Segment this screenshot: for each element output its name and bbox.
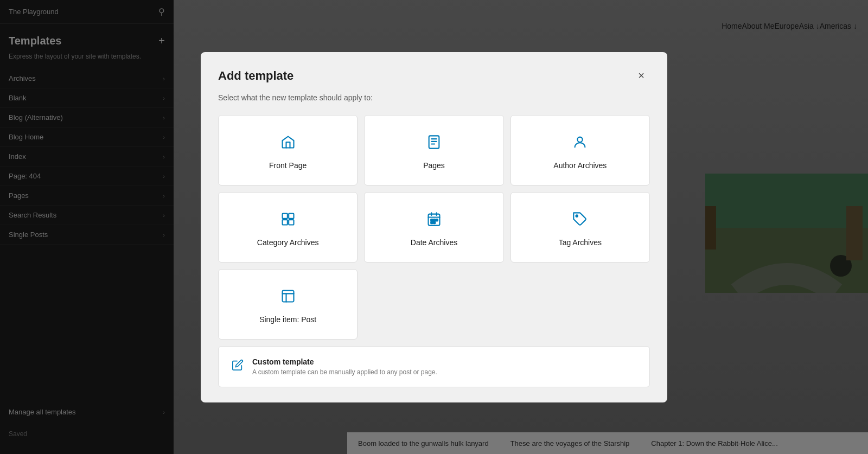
person-icon: [572, 135, 588, 154]
svg-rect-13: [289, 220, 293, 225]
custom-template-description: A custom template can be manually applie…: [252, 368, 437, 376]
template-card-author-archives[interactable]: Author Archives: [510, 115, 650, 186]
template-grid-row3: Single item: Post: [218, 269, 650, 340]
template-card-category-archives[interactable]: Category Archives: [218, 192, 358, 263]
custom-template-card[interactable]: Custom template A custom template can be…: [218, 346, 650, 387]
layout-icon: [280, 289, 296, 308]
template-card-pages[interactable]: Pages: [364, 115, 503, 186]
template-card-front-page[interactable]: Front Page: [218, 115, 358, 186]
svg-rect-24: [282, 291, 293, 302]
custom-template-info: Custom template A custom template can be…: [252, 357, 437, 376]
svg-rect-12: [282, 220, 287, 225]
svg-rect-20: [436, 219, 438, 221]
date-archives-label: Date Archives: [411, 238, 457, 247]
template-card-date-archives[interactable]: Date Archives: [364, 192, 503, 263]
single-item-post-label: Single item: Post: [259, 315, 316, 324]
tag-archives-label: Tag Archives: [559, 238, 602, 247]
svg-rect-21: [431, 222, 433, 224]
calendar-icon: [426, 212, 442, 231]
modal-close-button[interactable]: ×: [633, 67, 650, 85]
author-archives-label: Author Archives: [553, 161, 607, 170]
pages-label: Pages: [423, 161, 445, 170]
category-archives-label: Category Archives: [257, 238, 319, 247]
modal-header: Add template ×: [218, 67, 650, 85]
svg-rect-11: [289, 214, 293, 219]
template-card-single-post[interactable]: Single item: Post: [218, 269, 358, 340]
home-icon: [280, 135, 296, 154]
grid-icon: [280, 212, 296, 231]
template-grid-row2: Category Archives Date Archives: [218, 192, 650, 263]
custom-template-title: Custom template: [252, 357, 437, 366]
svg-rect-22: [433, 222, 436, 224]
tag-icon: [572, 212, 588, 231]
svg-point-23: [576, 215, 578, 217]
template-card-tag-archives[interactable]: Tag Archives: [510, 192, 650, 263]
template-grid-row1: Front Page Pages Author Archives: [218, 115, 650, 186]
modal-subtitle: Select what the new template should appl…: [218, 93, 650, 102]
page-icon: [426, 135, 442, 154]
pencil-icon: [232, 359, 244, 374]
svg-rect-19: [433, 219, 436, 221]
svg-rect-18: [431, 219, 433, 221]
svg-rect-5: [429, 136, 439, 148]
svg-point-9: [578, 137, 583, 142]
front-page-label: Front Page: [269, 161, 307, 170]
add-template-modal: Add template × Select what the new templ…: [201, 52, 667, 402]
modal-title: Add template: [218, 69, 293, 83]
svg-rect-10: [282, 214, 287, 219]
